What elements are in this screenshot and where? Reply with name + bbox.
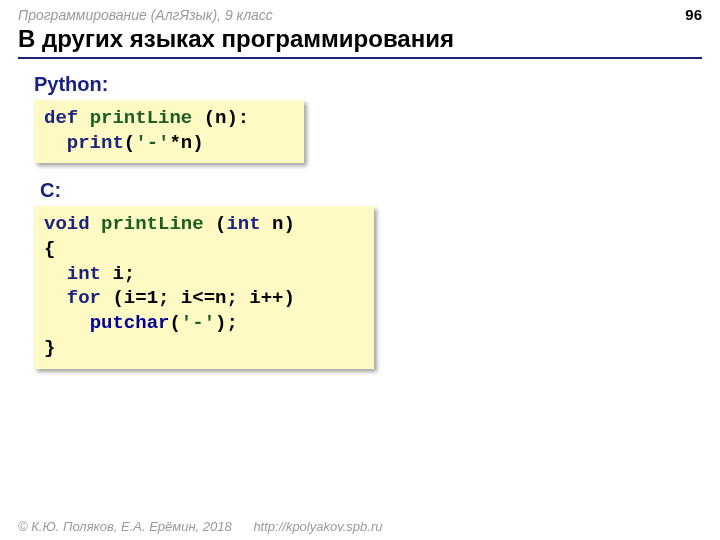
string-lit-c: '-' <box>181 312 215 334</box>
kw-int-decl: int <box>67 263 101 285</box>
python-label: Python: <box>34 73 698 96</box>
c-code-block: void printLine (int n) { int i; for (i=1… <box>34 206 374 368</box>
lbrace: { <box>44 238 55 260</box>
c-label: С: <box>40 179 698 202</box>
string-lit: '-' <box>135 132 169 154</box>
fn-name: printLine <box>90 107 193 129</box>
footer-url: http://kpolyakov.spb.ru <box>253 519 382 534</box>
kw-for: for <box>67 287 101 309</box>
kw-int-param: int <box>226 213 260 235</box>
params: (n): <box>204 107 250 129</box>
page-title: В других языках программирования <box>18 25 702 59</box>
kw-void: void <box>44 213 90 235</box>
subject-label: Программирование (АлгЯзык), 9 класс <box>18 7 273 23</box>
slide-header: Программирование (АлгЯзык), 9 класс 96 <box>0 0 720 25</box>
rbrace: } <box>44 337 55 359</box>
call-putchar: putchar <box>90 312 170 334</box>
content-area: Python: def printLine (n): print('-'*n) … <box>0 59 720 369</box>
call-print: print <box>67 132 124 154</box>
python-code-block: def printLine (n): print('-'*n) <box>34 100 304 163</box>
footer: © К.Ю. Поляков, Е.А. Ерёмин, 2018 http:/… <box>18 519 382 534</box>
copyright: © К.Ю. Поляков, Е.А. Ерёмин, 2018 <box>18 519 232 534</box>
kw-def: def <box>44 107 78 129</box>
page-number: 96 <box>685 6 702 23</box>
fn-name-c: printLine <box>101 213 204 235</box>
